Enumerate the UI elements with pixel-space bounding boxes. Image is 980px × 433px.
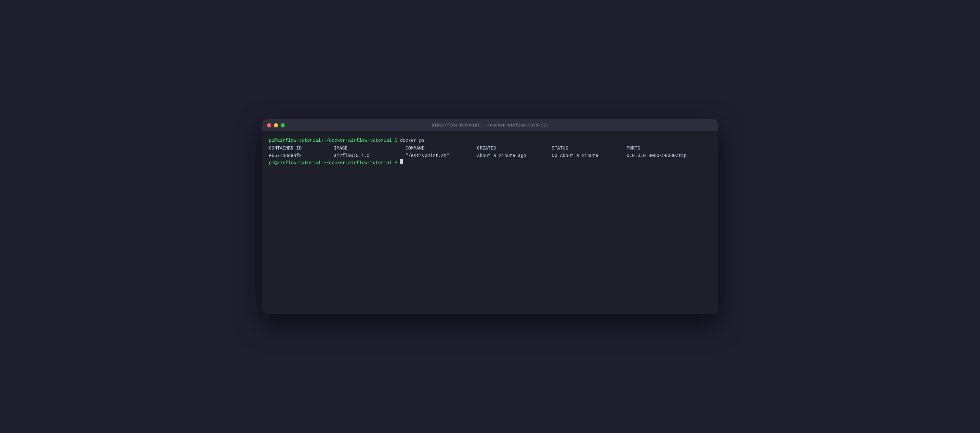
command-text: docker ps xyxy=(400,137,425,144)
table-header-row: CONTAINER ID IMAGE COMMAND CREATED STATU… xyxy=(269,145,711,152)
titlebar: pi@airflow-tutorial: ~/docker-airflow-tu… xyxy=(262,119,718,132)
header-image: IMAGE xyxy=(334,145,406,152)
maximize-button[interactable] xyxy=(281,123,285,127)
prompt-2: pi@airflow-tutorial:~/docker-airflow-tut… xyxy=(269,159,392,166)
header-command: COMMAND xyxy=(406,145,477,152)
terminal-window: pi@airflow-tutorial: ~/docker-airflow-tu… xyxy=(262,119,718,314)
terminal-body[interactable]: pi@airflow-tutorial:~/docker-airflow-tut… xyxy=(262,132,718,314)
prompt-symbol-1: $ xyxy=(392,137,400,144)
table-row: e657738de8f2 airflow:0.1.0 "/entrypoint.… xyxy=(269,152,711,159)
window-title: pi@airflow-tutorial: ~/docker-airflow-tu… xyxy=(432,123,549,128)
minimize-button[interactable] xyxy=(274,123,278,127)
close-button[interactable] xyxy=(267,123,271,127)
terminal-cursor xyxy=(400,159,403,164)
command-line: pi@airflow-tutorial:~/docker-airflow-tut… xyxy=(269,137,711,144)
cell-ports: 0.0.0.0:8080->8080/tcp xyxy=(627,152,718,159)
traffic-lights xyxy=(267,123,285,127)
prompt-1: pi@airflow-tutorial:~/docker-airflow-tut… xyxy=(269,137,392,144)
next-prompt-line: pi@airflow-tutorial:~/docker-airflow-tut… xyxy=(269,159,711,166)
cell-container-id: e657738de8f2 xyxy=(269,152,334,159)
cell-command: "/entrypoint.sh" xyxy=(406,152,477,159)
docker-ps-table: CONTAINER ID IMAGE COMMAND CREATED STATU… xyxy=(269,145,711,159)
prompt-symbol-2: $ xyxy=(392,159,400,166)
header-ports: PORTS xyxy=(627,145,718,152)
header-container-id: CONTAINER ID xyxy=(269,145,334,152)
cell-image: airflow:0.1.0 xyxy=(334,152,406,159)
header-status: STATUS xyxy=(552,145,627,152)
header-created: CREATED xyxy=(477,145,552,152)
cell-created: About a minute ago xyxy=(477,152,552,159)
cell-status: Up About a minute xyxy=(552,152,627,159)
